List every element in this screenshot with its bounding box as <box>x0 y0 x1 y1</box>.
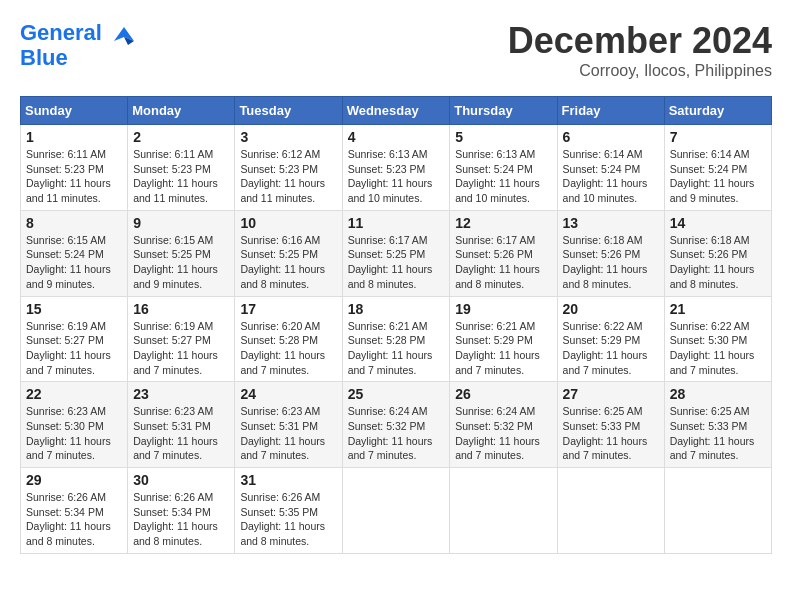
calendar-day-12: 12Sunrise: 6:17 AMSunset: 5:26 PMDayligh… <box>450 210 557 296</box>
day-number: 16 <box>133 301 229 317</box>
day-number: 19 <box>455 301 551 317</box>
page-header: General Blue December 2024 Corrooy, Iloc… <box>20 20 772 80</box>
day-number: 6 <box>563 129 659 145</box>
calendar-day-10: 10Sunrise: 6:16 AMSunset: 5:25 PMDayligh… <box>235 210 342 296</box>
calendar-day-19: 19Sunrise: 6:21 AMSunset: 5:29 PMDayligh… <box>450 296 557 382</box>
calendar-day-1: 1Sunrise: 6:11 AMSunset: 5:23 PMDaylight… <box>21 125 128 211</box>
svg-marker-0 <box>114 27 134 41</box>
logo-blue: Blue <box>20 45 138 70</box>
day-number: 22 <box>26 386 122 402</box>
day-number: 29 <box>26 472 122 488</box>
col-thursday: Thursday <box>450 97 557 125</box>
calendar-header-row: Sunday Monday Tuesday Wednesday Thursday… <box>21 97 772 125</box>
day-info: Sunrise: 6:23 AMSunset: 5:31 PMDaylight:… <box>240 405 325 461</box>
day-info: Sunrise: 6:24 AMSunset: 5:32 PMDaylight:… <box>348 405 433 461</box>
calendar-day-18: 18Sunrise: 6:21 AMSunset: 5:28 PMDayligh… <box>342 296 450 382</box>
day-info: Sunrise: 6:17 AMSunset: 5:25 PMDaylight:… <box>348 234 433 290</box>
calendar-day-4: 4Sunrise: 6:13 AMSunset: 5:23 PMDaylight… <box>342 125 450 211</box>
calendar-day-17: 17Sunrise: 6:20 AMSunset: 5:28 PMDayligh… <box>235 296 342 382</box>
col-saturday: Saturday <box>664 97 771 125</box>
calendar-day-23: 23Sunrise: 6:23 AMSunset: 5:31 PMDayligh… <box>128 382 235 468</box>
calendar-day-6: 6Sunrise: 6:14 AMSunset: 5:24 PMDaylight… <box>557 125 664 211</box>
title-block: December 2024 Corrooy, Ilocos, Philippin… <box>508 20 772 80</box>
col-wednesday: Wednesday <box>342 97 450 125</box>
day-number: 25 <box>348 386 445 402</box>
calendar-week-5: 29Sunrise: 6:26 AMSunset: 5:34 PMDayligh… <box>21 468 772 554</box>
day-number: 2 <box>133 129 229 145</box>
calendar-day-22: 22Sunrise: 6:23 AMSunset: 5:30 PMDayligh… <box>21 382 128 468</box>
calendar-day-26: 26Sunrise: 6:24 AMSunset: 5:32 PMDayligh… <box>450 382 557 468</box>
day-number: 10 <box>240 215 336 231</box>
calendar-day-7: 7Sunrise: 6:14 AMSunset: 5:24 PMDaylight… <box>664 125 771 211</box>
calendar-day-2: 2Sunrise: 6:11 AMSunset: 5:23 PMDaylight… <box>128 125 235 211</box>
calendar-day-9: 9Sunrise: 6:15 AMSunset: 5:25 PMDaylight… <box>128 210 235 296</box>
calendar-table: Sunday Monday Tuesday Wednesday Thursday… <box>20 96 772 554</box>
day-number: 13 <box>563 215 659 231</box>
day-info: Sunrise: 6:26 AMSunset: 5:35 PMDaylight:… <box>240 491 325 547</box>
day-info: Sunrise: 6:20 AMSunset: 5:28 PMDaylight:… <box>240 320 325 376</box>
calendar-empty-cell <box>342 468 450 554</box>
logo-text: General <box>20 20 138 45</box>
day-info: Sunrise: 6:22 AMSunset: 5:29 PMDaylight:… <box>563 320 648 376</box>
day-info: Sunrise: 6:17 AMSunset: 5:26 PMDaylight:… <box>455 234 540 290</box>
day-info: Sunrise: 6:11 AMSunset: 5:23 PMDaylight:… <box>133 148 218 204</box>
calendar-week-3: 15Sunrise: 6:19 AMSunset: 5:27 PMDayligh… <box>21 296 772 382</box>
day-info: Sunrise: 6:23 AMSunset: 5:30 PMDaylight:… <box>26 405 111 461</box>
calendar-day-3: 3Sunrise: 6:12 AMSunset: 5:23 PMDaylight… <box>235 125 342 211</box>
day-info: Sunrise: 6:15 AMSunset: 5:25 PMDaylight:… <box>133 234 218 290</box>
calendar-day-21: 21Sunrise: 6:22 AMSunset: 5:30 PMDayligh… <box>664 296 771 382</box>
day-number: 7 <box>670 129 766 145</box>
day-number: 3 <box>240 129 336 145</box>
day-number: 11 <box>348 215 445 231</box>
calendar-day-5: 5Sunrise: 6:13 AMSunset: 5:24 PMDaylight… <box>450 125 557 211</box>
col-tuesday: Tuesday <box>235 97 342 125</box>
calendar-day-25: 25Sunrise: 6:24 AMSunset: 5:32 PMDayligh… <box>342 382 450 468</box>
logo-bird-icon <box>110 23 138 45</box>
calendar-day-16: 16Sunrise: 6:19 AMSunset: 5:27 PMDayligh… <box>128 296 235 382</box>
day-number: 26 <box>455 386 551 402</box>
day-number: 30 <box>133 472 229 488</box>
logo: General Blue <box>20 20 138 71</box>
day-number: 12 <box>455 215 551 231</box>
location-title: Corrooy, Ilocos, Philippines <box>508 62 772 80</box>
col-sunday: Sunday <box>21 97 128 125</box>
day-info: Sunrise: 6:25 AMSunset: 5:33 PMDaylight:… <box>670 405 755 461</box>
day-info: Sunrise: 6:26 AMSunset: 5:34 PMDaylight:… <box>133 491 218 547</box>
col-monday: Monday <box>128 97 235 125</box>
day-info: Sunrise: 6:16 AMSunset: 5:25 PMDaylight:… <box>240 234 325 290</box>
calendar-empty-cell <box>557 468 664 554</box>
day-number: 18 <box>348 301 445 317</box>
calendar-week-1: 1Sunrise: 6:11 AMSunset: 5:23 PMDaylight… <box>21 125 772 211</box>
day-number: 27 <box>563 386 659 402</box>
day-info: Sunrise: 6:13 AMSunset: 5:24 PMDaylight:… <box>455 148 540 204</box>
day-number: 31 <box>240 472 336 488</box>
day-number: 23 <box>133 386 229 402</box>
day-info: Sunrise: 6:25 AMSunset: 5:33 PMDaylight:… <box>563 405 648 461</box>
day-info: Sunrise: 6:23 AMSunset: 5:31 PMDaylight:… <box>133 405 218 461</box>
day-number: 17 <box>240 301 336 317</box>
day-number: 20 <box>563 301 659 317</box>
calendar-week-4: 22Sunrise: 6:23 AMSunset: 5:30 PMDayligh… <box>21 382 772 468</box>
day-number: 28 <box>670 386 766 402</box>
day-number: 8 <box>26 215 122 231</box>
day-number: 15 <box>26 301 122 317</box>
day-info: Sunrise: 6:19 AMSunset: 5:27 PMDaylight:… <box>133 320 218 376</box>
col-friday: Friday <box>557 97 664 125</box>
calendar-day-29: 29Sunrise: 6:26 AMSunset: 5:34 PMDayligh… <box>21 468 128 554</box>
calendar-day-28: 28Sunrise: 6:25 AMSunset: 5:33 PMDayligh… <box>664 382 771 468</box>
day-info: Sunrise: 6:22 AMSunset: 5:30 PMDaylight:… <box>670 320 755 376</box>
calendar-empty-cell <box>450 468 557 554</box>
day-number: 21 <box>670 301 766 317</box>
calendar-day-14: 14Sunrise: 6:18 AMSunset: 5:26 PMDayligh… <box>664 210 771 296</box>
day-number: 9 <box>133 215 229 231</box>
calendar-day-8: 8Sunrise: 6:15 AMSunset: 5:24 PMDaylight… <box>21 210 128 296</box>
logo-general: General <box>20 20 102 45</box>
calendar-day-15: 15Sunrise: 6:19 AMSunset: 5:27 PMDayligh… <box>21 296 128 382</box>
day-number: 5 <box>455 129 551 145</box>
day-info: Sunrise: 6:11 AMSunset: 5:23 PMDaylight:… <box>26 148 111 204</box>
day-number: 4 <box>348 129 445 145</box>
day-number: 24 <box>240 386 336 402</box>
day-info: Sunrise: 6:13 AMSunset: 5:23 PMDaylight:… <box>348 148 433 204</box>
calendar-day-31: 31Sunrise: 6:26 AMSunset: 5:35 PMDayligh… <box>235 468 342 554</box>
day-info: Sunrise: 6:18 AMSunset: 5:26 PMDaylight:… <box>670 234 755 290</box>
